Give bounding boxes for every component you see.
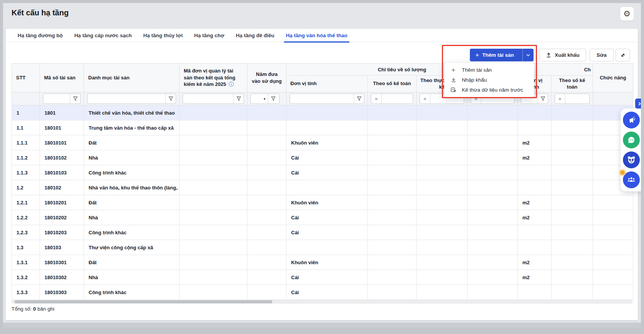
cell-1.1.1-4[interactable] [247,135,287,150]
cell-1.2.1-7[interactable] [417,195,468,210]
add-asset-split-button[interactable]: + Thêm tài sản [470,49,534,61]
cell-1.3.1-9[interactable]: m2 [518,255,552,270]
cell-1.3.3-1[interactable]: 18010303 [40,285,84,300]
cell-1.3.1-6[interactable] [368,255,417,270]
menu-item-2[interactable]: Kế thừa dữ liệu năm trước [444,85,534,95]
cell-1.3-3[interactable] [180,240,247,255]
cell-1.2.1-1[interactable]: 18010201 [40,195,84,210]
cell-1.3.3-0[interactable]: 1.3.3 [12,285,40,300]
cell-1-8[interactable] [468,105,518,120]
cell-1.3.2-11[interactable] [593,270,633,285]
tab-5[interactable]: Hạ tầng văn hóa thể thao [280,29,353,42]
cell-1.2.2-8[interactable] [468,210,518,225]
cell-1.3.2-4[interactable] [247,270,287,285]
cell-1.3.1-3[interactable] [180,255,247,270]
export-button[interactable]: Xuất khẩu [539,49,586,61]
scrollbar-thumb[interactable] [15,300,272,303]
cell-1.2.3-3[interactable] [180,225,247,240]
tab-3[interactable]: Hạ tầng chợ [188,29,230,42]
cell-1.3.2-9[interactable]: m2 [518,270,552,285]
cell-1.2-7[interactable] [417,180,468,195]
cell-1.1.3-10[interactable] [552,165,593,180]
cell-1.1.1-1[interactable]: 18010101 [40,135,84,150]
cell-1.2-4[interactable] [247,180,287,195]
fullscreen-button[interactable] [616,49,630,61]
add-asset-dropdown-toggle[interactable] [522,49,534,61]
filter-funnel-icon[interactable] [70,94,80,104]
cell-1.3.3-5[interactable]: Cái [287,285,368,300]
table-row-1.3.2[interactable]: 1.3.218010302NhàCáim2 [12,270,633,285]
cell-1.1-8[interactable] [468,120,518,135]
col-header-function[interactable]: Chức năng [593,64,633,92]
cell-1.2.2-6[interactable] [368,210,417,225]
cell-1-3[interactable] [180,105,247,120]
filter-input-10[interactable] [565,94,589,104]
cell-1.2-8[interactable] [468,180,518,195]
cell-1.3.3-10[interactable] [552,285,593,300]
cell-1.3.2-1[interactable]: 18010302 [40,270,84,285]
cell-1.3-7[interactable] [417,240,468,255]
cell-1.1.2-2[interactable]: Nhà [84,150,180,165]
cell-1.3.3-6[interactable] [368,285,417,300]
filter-funnel-icon[interactable] [354,94,364,104]
cell-1.3.3-9[interactable] [518,285,552,300]
col-header-2[interactable]: Danh mục tài sản [84,64,180,92]
filter-operator[interactable]: = [555,94,565,104]
filter-funnel-icon[interactable] [537,94,548,104]
horizontal-scrollbar[interactable] [12,300,633,304]
table-row-1.3[interactable]: 1.3180103Thư viện công cộng cấp xã [12,240,633,255]
tab-4[interactable]: Hạ tầng đê điều [230,29,280,42]
settings-button[interactable]: ⚙ [620,7,634,21]
cell-1.3.2-5[interactable]: Cái [287,270,368,285]
cell-1.2-2[interactable]: Nhà văn hóa, khu thể thao thôn (làng, … [84,180,180,195]
cell-1.3.1-1[interactable]: 18010301 [40,255,84,270]
cell-1.1.1-0[interactable]: 1.1.1 [12,135,40,150]
cell-1.2-1[interactable]: 180102 [40,180,84,195]
cell-1.2.2-5[interactable]: Cái [287,210,368,225]
filter-funnel-icon[interactable] [268,94,278,104]
cell-1.2-3[interactable] [180,180,247,195]
table-row-1.2.2[interactable]: 1.2.218010202NhàCáim2 [12,210,633,225]
cell-1.1.1-7[interactable] [417,135,468,150]
cell-1.1.3-0[interactable]: 1.1.3 [12,165,40,180]
cell-1-0[interactable]: 1 [12,105,40,120]
cell-1.1.3-7[interactable] [417,165,468,180]
col-header-0[interactable]: STT [12,64,40,92]
cell-1.2.2-11[interactable] [593,210,633,225]
cell-1.1.3-6[interactable] [368,165,417,180]
cell-1.1.2-4[interactable] [247,150,287,165]
cell-1.2.2-7[interactable] [417,210,468,225]
cell-1.2.1-5[interactable]: Khuôn viên [287,195,368,210]
cell-1.2.1-6[interactable] [368,195,417,210]
tab-0[interactable]: Hạ tầng đường bộ [12,29,69,42]
cell-1.3.2-8[interactable] [468,270,518,285]
edit-button[interactable]: Sửa [590,49,614,61]
cell-1.1.2-9[interactable]: m2 [518,150,552,165]
col-header-1[interactable]: Mã số tài sản [40,64,84,92]
cell-1.1-3[interactable] [180,120,247,135]
cell-1.1.2-5[interactable]: Cái [287,150,368,165]
cell-1.3.1-5[interactable]: Khuôn viên [287,255,368,270]
cell-1.1.1-9[interactable]: m2 [518,135,552,150]
cell-1.1.1-5[interactable]: Khuôn viên [287,135,368,150]
cell-1.3.3-3[interactable] [180,285,247,300]
cell-1.1.3-5[interactable]: Cái [287,165,368,180]
cell-1.1.3-8[interactable] [468,165,518,180]
cell-1.2.3-9[interactable] [518,225,552,240]
cell-1.1.3-9[interactable] [518,165,552,180]
cell-1.2.1-0[interactable]: 1.2.1 [12,195,40,210]
cell-1.3.1-2[interactable]: Đất [84,255,180,270]
cell-1-1[interactable]: 1801 [40,105,84,120]
cell-1.1.1-2[interactable]: Đất [84,135,180,150]
dock-button-people[interactable] [623,171,640,188]
cell-1.3.1-8[interactable] [468,255,518,270]
cell-1.1.3-2[interactable]: Công trình khác [84,165,180,180]
cell-1.2.3-6[interactable] [368,225,417,240]
cell-1.2.3-0[interactable]: 1.2.3 [12,225,40,240]
cell-1.1.2-8[interactable] [468,150,518,165]
cell-1-5[interactable] [287,105,368,120]
table-row-1.1[interactable]: 1.1180101Trung tâm văn hóa - thể thao cấ… [12,120,633,135]
cell-1.2.1-10[interactable] [552,195,593,210]
cell-1.3-2[interactable]: Thư viện công cộng cấp xã [84,240,180,255]
cell-1.2.2-0[interactable]: 1.2.2 [12,210,40,225]
